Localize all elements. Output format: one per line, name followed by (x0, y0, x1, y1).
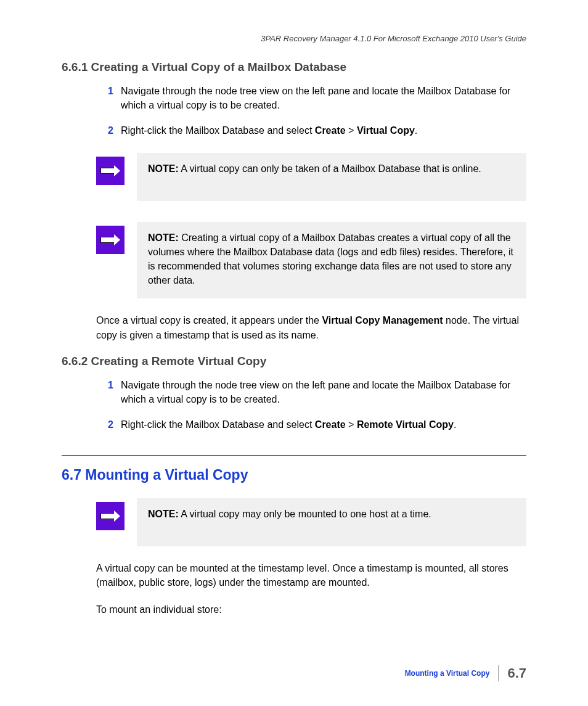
bold-run: Create (315, 125, 346, 136)
arrow-note-icon (96, 157, 125, 185)
note-box: NOTE: A virtual copy can only be taken o… (137, 153, 526, 201)
arrow-note-icon (96, 502, 125, 530)
text-run: Right-click the Mailbox Database and sel… (121, 125, 315, 136)
paragraph: A virtual copy can be mounted at the tim… (96, 561, 526, 589)
footer-section-title: Mounting a Virtual Copy (405, 669, 490, 678)
list-item: 1 Navigate through the node tree view on… (99, 84, 526, 112)
bold-run: Virtual Copy (357, 125, 415, 136)
bold-run: Virtual Copy Management (322, 315, 443, 326)
text-run: Once a virtual copy is created, it appea… (96, 315, 322, 326)
bold-run: Remote Virtual Copy (357, 419, 454, 430)
note-block: NOTE: A virtual copy can only be taken o… (96, 153, 526, 201)
ordered-list: 1 Navigate through the node tree view on… (99, 378, 526, 432)
document-page: 3PAR Recovery Manager 4.1.0 For Microsof… (0, 0, 588, 706)
heading-6-6-1: 6.6.1 Creating a Virtual Copy of a Mailb… (62, 60, 526, 74)
note-block: NOTE: A virtual copy may only be mounted… (96, 498, 526, 546)
list-number: 1 (99, 84, 113, 112)
note-box: NOTE: Creating a virtual copy of a Mailb… (137, 222, 526, 299)
heading-6-7: 6.7 Mounting a Virtual Copy (62, 467, 526, 483)
list-text: Navigate through the node tree view on t… (121, 84, 526, 112)
list-number: 2 (99, 417, 113, 432)
list-text: Right-click the Mailbox Database and sel… (121, 123, 526, 138)
heading-6-6-2: 6.6.2 Creating a Remote Virtual Copy (62, 355, 526, 368)
page-footer: Mounting a Virtual Copy 6.7 (405, 665, 526, 681)
arrow-note-icon (96, 226, 125, 254)
list-text: Navigate through the node tree view on t… (121, 378, 526, 406)
note-block: NOTE: Creating a virtual copy of a Mailb… (96, 222, 526, 299)
list-number: 1 (99, 378, 113, 406)
note-label: NOTE: (148, 163, 179, 174)
footer-page-number: 6.7 (507, 665, 526, 681)
running-header: 3PAR Recovery Manager 4.1.0 For Microsof… (62, 34, 526, 43)
text-run: . (454, 419, 456, 430)
note-label: NOTE: (148, 232, 179, 243)
list-item: 2 Right-click the Mailbox Database and s… (99, 123, 526, 138)
list-text: Right-click the Mailbox Database and sel… (121, 417, 526, 432)
note-text: Creating a virtual copy of a Mailbox Dat… (148, 232, 513, 286)
paragraph: Once a virtual copy is created, it appea… (96, 313, 526, 342)
text-run: . (415, 125, 417, 136)
note-text: A virtual copy can only be taken of a Ma… (179, 163, 481, 174)
paragraph: To mount an individual store: (96, 602, 526, 617)
list-item: 1 Navigate through the node tree view on… (99, 378, 526, 406)
ordered-list: 1 Navigate through the node tree view on… (99, 84, 526, 138)
text-run: > (346, 419, 357, 430)
list-number: 2 (99, 123, 113, 138)
note-box: NOTE: A virtual copy may only be mounted… (137, 498, 526, 546)
note-label: NOTE: (148, 509, 179, 519)
text-run: > (346, 125, 357, 136)
list-item: 2 Right-click the Mailbox Database and s… (99, 417, 526, 432)
text-run: Right-click the Mailbox Database and sel… (121, 419, 315, 430)
note-text: A virtual copy may only be mounted to on… (179, 509, 431, 519)
bold-run: Create (315, 419, 346, 430)
section-divider (62, 455, 526, 456)
footer-separator (498, 665, 499, 681)
